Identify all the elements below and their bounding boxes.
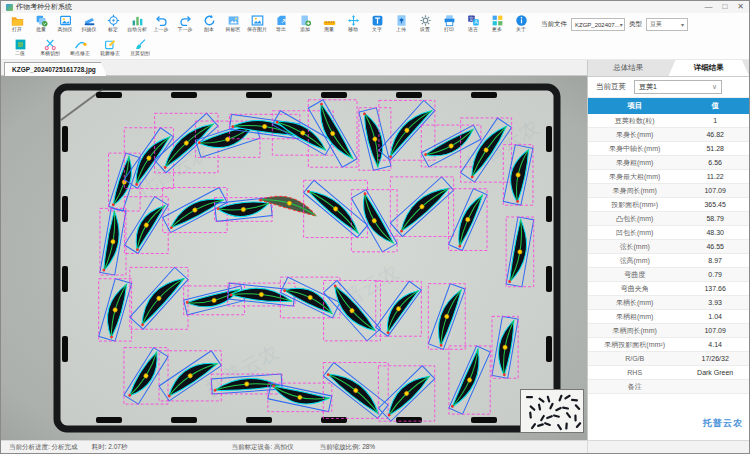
toolbar-item-append-plus[interactable]: 追加 <box>293 14 317 34</box>
toolbar-item-language[interactable]: 文A语言 <box>461 14 485 34</box>
row-item-label: 弯曲度 <box>588 270 681 280</box>
toolbar-item-upload-doc[interactable]: 上传 <box>389 14 413 34</box>
app-icon <box>6 4 13 11</box>
image-canvas[interactable]: 托普云农托普云农托普云农托普云农 <box>1 76 587 440</box>
minimize-button[interactable]: — <box>704 1 712 13</box>
row-item-label: 投影面积(mm²) <box>588 200 681 210</box>
toolbar-item-export-arrow[interactable]: 导出 <box>269 14 293 34</box>
toolbar-item-undo-arrow[interactable]: 上一步 <box>149 14 173 34</box>
statusbar-divider <box>587 441 588 453</box>
document-tab[interactable]: KZGP_20240725161728.jpg <box>4 62 107 76</box>
table-row[interactable]: 凹包长(mm)48.30 <box>588 226 749 240</box>
current-pod-row: 当前豆荚 豆荚1∨ <box>588 77 749 98</box>
chevron-down-icon: ∨ <box>712 83 717 91</box>
maximize-button[interactable]: □ <box>722 1 727 13</box>
toolbar-item-label: 打开 <box>12 27 22 33</box>
table-row[interactable]: 果柄粗(mm)1.04 <box>588 310 749 324</box>
table-row[interactable]: 凸包长(mm)58.79 <box>588 212 749 226</box>
toolbar-item-stalk-scissors[interactable]: 果柄切割 <box>35 38 65 58</box>
tab-detailed-results[interactable]: 详细结果 <box>669 60 750 76</box>
title-bar: 作物考种分析系统 — □ ✕ <box>1 1 749 13</box>
row-item-value: 51.28 <box>681 145 749 152</box>
svg-text:A: A <box>474 19 478 25</box>
table-row[interactable]: 果身最大粗(mm)11.22 <box>588 170 749 184</box>
toolbar-item-batch-layers[interactable]: 批量 <box>29 14 53 34</box>
measurements-table: 豆荚粒数(粒)1果身长(mm)46.82果身中轴长(mm)51.28果身粗(mm… <box>588 114 749 440</box>
tab-overall-results[interactable]: 总体结果 <box>588 60 669 76</box>
toolbar-item-move-cross[interactable]: 移动 <box>341 14 365 34</box>
toolbar-item-printer[interactable]: 打印 <box>437 14 461 34</box>
table-row[interactable]: 果柄周长(mm)107.09 <box>588 324 749 338</box>
toolbar-item-binary-square[interactable]: 二值 <box>5 38 35 58</box>
row-item-label: 凹包长(mm) <box>588 228 681 238</box>
thumbnail-pods <box>521 390 583 432</box>
export-arrow-icon <box>275 14 288 27</box>
status-calibration: 当前标定设备: 高拍仪 <box>231 443 293 452</box>
table-row[interactable]: 备注 <box>588 380 749 394</box>
table-row[interactable]: 果身长(mm)46.82 <box>588 128 749 142</box>
toolbar-item-redo-arrow[interactable]: 下一步 <box>173 14 197 34</box>
toolbar-item-info-about[interactable]: 关于 <box>509 14 533 34</box>
settings-gear-icon <box>419 14 432 27</box>
toolbar-item-target-area-image[interactable]: 目标区 <box>221 14 245 34</box>
toolbar-item-scanner[interactable]: 扫描仪 <box>77 14 101 34</box>
current-pod-select[interactable]: 豆荚1∨ <box>634 80 722 94</box>
upload-doc-icon <box>395 14 408 27</box>
toolbar-item-auto-analyze-chart[interactable]: 自动分析 <box>125 14 149 34</box>
toolbar-item-calibrate-target[interactable]: 标定 <box>101 14 125 34</box>
toolbar-item-measure-ruler[interactable]: 测量 <box>317 14 341 34</box>
close-button[interactable]: ✕ <box>737 1 744 13</box>
type-select[interactable]: 豆荚▾ <box>646 18 688 31</box>
analysis-photo[interactable]: 托普云农托普云农托普云农托普云农 <box>1 76 587 440</box>
toolbar-item-breakpoint-curve[interactable]: 断点修正 <box>65 38 95 58</box>
toolbar-item-label: 移动 <box>348 27 358 33</box>
toolbar-item-label: 保存图片 <box>247 27 267 33</box>
table-row[interactable]: 豆荚粒数(粒)1 <box>588 114 749 128</box>
append-plus-icon <box>299 14 312 27</box>
toolbar-item-text-t[interactable]: 文字 <box>365 14 389 34</box>
row-item-value: 4.14 <box>681 341 749 348</box>
image-column: KZGP_20240725161728.jpg 托普云农托普云农托普云农托普云农 <box>1 60 587 440</box>
toolbar-item-label: 导出 <box>276 27 286 33</box>
more-grid-icon <box>491 14 504 27</box>
breakpoint-curve-icon <box>74 38 87 51</box>
table-row[interactable]: 果身周长(mm)107.09 <box>588 184 749 198</box>
row-item-value: 8.97 <box>681 257 749 264</box>
table-row[interactable]: 弯曲度0.79 <box>588 268 749 282</box>
save-image-icon <box>251 14 264 27</box>
toolbar-item-more-grid[interactable]: 更多 <box>485 14 509 34</box>
row-item-label: 备注 <box>588 382 681 392</box>
toolbar-item-label: 目标区 <box>226 27 241 33</box>
table-row[interactable]: R/G/B17/26/32 <box>588 352 749 366</box>
toolbar-item-duplicate-refresh[interactable]: 副本 <box>197 14 221 34</box>
toolbar-item-label: 高拍仪 <box>58 27 73 33</box>
table-row[interactable]: 弦长(mm)46.55 <box>588 240 749 254</box>
toolbar-item-label: 豆荚切割 <box>130 51 150 57</box>
row-item-value: 46.82 <box>681 131 749 138</box>
current-file-select[interactable]: KZGP_202407...▾ <box>571 18 625 31</box>
toolbar-item-folder-open[interactable]: 打开 <box>5 14 29 34</box>
toolbar-item-doc-camera[interactable]: 高拍仪 <box>53 14 77 34</box>
toolbar-item-settings-gear[interactable]: 设置 <box>413 14 437 34</box>
table-row[interactable]: 投影面积(mm²)365.45 <box>588 198 749 212</box>
table-row[interactable]: 弦高(mm)8.97 <box>588 254 749 268</box>
table-row[interactable]: 果柄长(mm)3.93 <box>588 296 749 310</box>
toolbar-item-save-image[interactable]: 保存图片 <box>245 14 269 34</box>
printer-icon <box>443 14 456 27</box>
toolbar-item-label: 追加 <box>300 27 310 33</box>
doc-camera-icon <box>59 14 72 27</box>
table-row[interactable]: 弯曲夹角137.66 <box>588 282 749 296</box>
row-item-label: 豆荚粒数(粒) <box>588 116 681 126</box>
row-item-value: 11.22 <box>681 173 749 180</box>
toolbar-item-contour-pencil[interactable]: 轮廓修正 <box>95 38 125 58</box>
table-row[interactable]: 果柄投影面积(mm²)4.14 <box>588 338 749 352</box>
thumbnail-inset[interactable] <box>520 389 584 433</box>
table-row[interactable]: 果身中轴长(mm)51.28 <box>588 142 749 156</box>
table-row[interactable]: RHSDark Green <box>588 366 749 380</box>
duplicate-refresh-icon <box>203 14 216 27</box>
toolbar-item-label: 批量 <box>36 27 46 33</box>
type-label: 类型 <box>629 20 642 29</box>
toolbar-item-pod-cut-brush[interactable]: 豆荚切割 <box>125 38 155 58</box>
table-row[interactable]: 果身粗(mm)6.56 <box>588 156 749 170</box>
calibrate-target-icon <box>107 14 120 27</box>
